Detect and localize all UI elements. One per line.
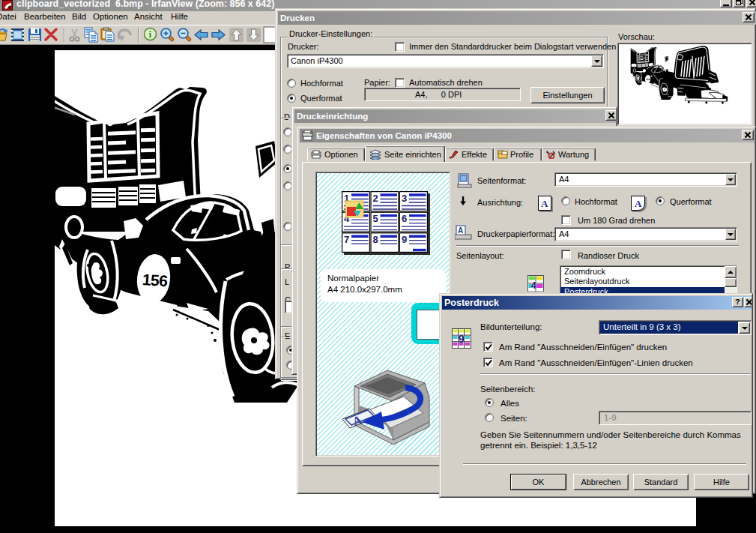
svg-text:3: 3 <box>402 193 407 204</box>
svg-text:A: A <box>458 226 463 235</box>
svg-text:4: 4 <box>531 280 537 291</box>
svg-text:6: 6 <box>402 213 407 224</box>
svg-text:8: 8 <box>373 234 378 245</box>
svg-text:2: 2 <box>373 193 378 204</box>
svg-text:7: 7 <box>344 234 349 245</box>
svg-text:9: 9 <box>459 332 465 345</box>
svg-text:9: 9 <box>402 234 407 245</box>
svg-text:5: 5 <box>373 213 378 224</box>
